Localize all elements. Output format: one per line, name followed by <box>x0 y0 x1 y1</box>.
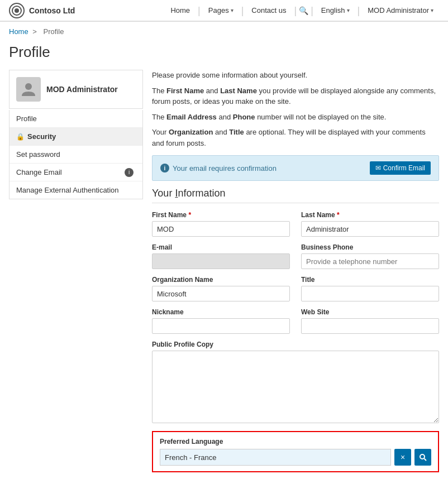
nav-sep-1: | <box>198 0 201 21</box>
nav-sep-2: | <box>241 0 244 21</box>
first-name-required: * <box>188 211 191 219</box>
business-phone-label: Business Phone <box>301 243 439 251</box>
preferred-language-input-row: × <box>160 449 431 466</box>
avatar <box>16 77 41 102</box>
svg-point-2 <box>25 83 32 90</box>
preferred-language-label: Preferred Language <box>160 438 431 446</box>
site-name: Contoso Ltd <box>29 6 75 15</box>
email-label: E-mail <box>152 243 290 251</box>
main-layout: MOD Administrator Profile 🔒 Security Set… <box>0 70 448 479</box>
website-input[interactable] <box>301 318 439 334</box>
intro-line-4: Your Organization and Title are optional… <box>152 127 439 149</box>
nickname-input[interactable] <box>152 318 290 334</box>
nav-home[interactable]: Home <box>165 0 196 21</box>
last-name-label: Last Name * <box>301 211 439 219</box>
first-name-label: First Name * <box>152 211 290 219</box>
sidebar-section-security: 🔒 Security <box>9 128 142 146</box>
language-caret: ▾ <box>347 0 350 21</box>
nav-sep-3: | <box>294 0 297 21</box>
content: Please provide some information about yo… <box>152 70 439 472</box>
org-name-field: Organization Name <box>152 276 290 301</box>
avatar-name: MOD Administrator <box>46 85 118 94</box>
breadcrumb-current: Profile <box>44 27 64 36</box>
first-name-field: First Name * <box>152 211 290 237</box>
business-phone-input[interactable] <box>301 253 439 269</box>
lock-icon: 🔒 <box>16 133 25 141</box>
page-title: Profile <box>0 39 448 70</box>
svg-point-1 <box>15 8 19 13</box>
sidebar-item-profile[interactable]: Profile <box>9 110 142 128</box>
org-name-label: Organization Name <box>152 276 290 284</box>
site-logo[interactable]: Contoso Ltd <box>9 3 75 18</box>
banner-message: Your email requires confirmation <box>173 164 277 173</box>
nav-links: Home | Pages ▾ | Contact us | 🔍 | <box>165 0 439 21</box>
profile-copy-textarea[interactable] <box>152 351 439 423</box>
nav-contact[interactable]: Contact us <box>246 0 292 21</box>
svg-point-3 <box>420 454 425 459</box>
intro-line-1: Please provide some information about yo… <box>152 70 439 81</box>
nav-pages[interactable]: Pages ▾ <box>203 0 239 21</box>
nav-sep-5: | <box>358 0 360 21</box>
last-name-required: * <box>337 211 340 219</box>
title-label: Title <box>301 276 439 284</box>
profile-copy-label: Public Profile Copy <box>152 341 439 348</box>
email-confirmation-banner: i Your email requires confirmation ✉ Con… <box>152 155 439 181</box>
breadcrumb-home[interactable]: Home <box>9 27 28 36</box>
email-blurred-display <box>152 253 290 269</box>
sidebar-item-manage-ext-auth[interactable]: Manage External Authentication <box>9 181 142 199</box>
banner-info-icon: i <box>160 164 169 173</box>
security-label: Security <box>27 132 56 141</box>
logo-icon <box>9 3 25 18</box>
title-input[interactable] <box>301 286 439 301</box>
breadcrumb: Home > Profile <box>0 22 448 39</box>
preferred-language-section: Preferred Language × <box>152 431 439 472</box>
website-label: Web Site <box>301 308 439 316</box>
preferred-language-search-button[interactable] <box>414 449 431 466</box>
preferred-language-input[interactable] <box>160 449 391 466</box>
preferred-language-clear-button[interactable]: × <box>394 449 411 466</box>
last-name-input[interactable] <box>301 221 439 237</box>
nav-sep-4: | <box>311 0 313 21</box>
breadcrumb-separator: > <box>32 27 37 36</box>
nickname-label: Nickname <box>152 308 290 316</box>
user-caret: ▾ <box>431 0 433 21</box>
svg-line-4 <box>425 459 427 461</box>
email-field: E-mail <box>152 243 290 269</box>
sidebar: MOD Administrator Profile 🔒 Security Set… <box>9 70 143 472</box>
confirm-email-button[interactable]: ✉ Confirm Email <box>370 161 431 175</box>
sidebar-item-set-password[interactable]: Set password <box>9 146 142 164</box>
search-icon[interactable]: 🔍 <box>299 6 308 15</box>
nav-language[interactable]: English ▾ <box>316 0 355 21</box>
org-name-input[interactable] <box>152 286 290 301</box>
banner-text: i Your email requires confirmation <box>160 164 277 173</box>
sidebar-avatar-box: MOD Administrator <box>9 70 143 109</box>
sidebar-item-change-email[interactable]: Change Email i <box>9 164 142 181</box>
change-email-info-icon[interactable]: i <box>125 168 134 177</box>
intro-line-2: The First Name and Last Name you provide… <box>152 85 439 107</box>
top-nav: Contoso Ltd Home | Pages ▾ | Contact us … <box>0 0 448 22</box>
last-name-field: Last Name * <box>301 211 439 237</box>
profile-copy-field: Public Profile Copy <box>152 341 439 423</box>
sidebar-menu: Profile 🔒 Security Set password Change E… <box>9 110 143 199</box>
nickname-field: Nickname <box>152 308 290 334</box>
business-phone-field: Business Phone <box>301 243 439 269</box>
form-grid: First Name * Last Name * E-mail Busin <box>152 211 439 423</box>
nav-user[interactable]: MOD Administrator ▾ <box>362 0 439 21</box>
website-field: Web Site <box>301 308 439 334</box>
your-information-title: Your Information <box>152 188 439 203</box>
intro-line-3: The Email Address and Phone number will … <box>152 112 439 123</box>
pages-caret: ▾ <box>231 0 233 21</box>
first-name-input[interactable] <box>152 221 290 237</box>
title-field: Title <box>301 276 439 301</box>
